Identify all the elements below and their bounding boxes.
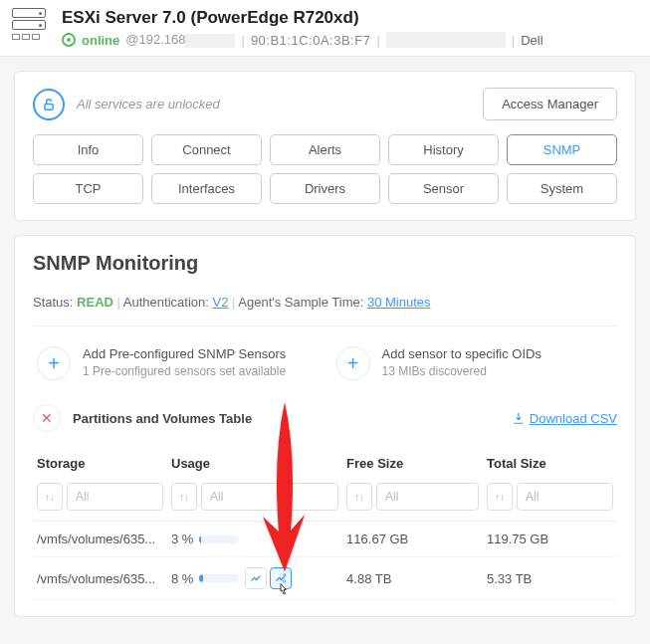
trend-icon[interactable] (245, 567, 267, 589)
section-title: SNMP Monitoring (33, 252, 617, 275)
total-size: 5.33 TB (483, 557, 617, 600)
tab-sensor[interactable]: Sensor (388, 173, 499, 204)
tab-bar: InfoConnectAlertsHistorySNMPTCPInterface… (33, 134, 617, 204)
filter-input[interactable] (67, 483, 163, 511)
table-row: /vmfs/volumes/635...8 %4.88 TB5.33 TB (33, 557, 617, 600)
filter-input[interactable] (201, 483, 338, 511)
usage-bar (199, 574, 239, 582)
tab-drivers[interactable]: Drivers (270, 173, 380, 204)
sort-button[interactable]: ↑↓ (171, 483, 197, 511)
auth-version-link[interactable]: V2 (212, 295, 228, 310)
usage-percent: 8 % (171, 571, 193, 586)
usage-bar (199, 536, 239, 543)
column-header: Free Size (342, 448, 483, 479)
partitions-table: StorageUsageFree SizeTotal Size ↑↓↑↓↑↓↑↓… (33, 448, 617, 600)
server-icon (12, 8, 50, 46)
snmp-status-line: Status: READ | Authentication: V2 | Agen… (33, 295, 617, 326)
mac-address: 90:B1:1C:0A:3B:F7 (251, 33, 371, 48)
sort-button[interactable]: ↑↓ (346, 483, 372, 511)
table-row: /vmfs/volumes/635...3 %116.67 GB119.75 G… (33, 522, 617, 557)
download-icon (512, 411, 526, 425)
vendor-label: Dell (521, 33, 542, 48)
tab-history[interactable]: History (388, 134, 499, 165)
status-text: online (82, 33, 119, 48)
tab-system[interactable]: System (507, 173, 617, 204)
filter-input[interactable] (376, 483, 479, 511)
access-manager-button[interactable]: Access Manager (483, 88, 617, 120)
total-size: 119.75 GB (483, 522, 617, 557)
plus-icon: + (37, 346, 71, 380)
status-dot-icon (62, 33, 76, 47)
tab-snmp[interactable]: SNMP (507, 134, 617, 165)
sort-button[interactable]: ↑↓ (37, 483, 63, 511)
column-header: Total Size (483, 448, 617, 479)
usage-percent: 3 % (171, 532, 193, 546)
services-panel: All services are unlocked Access Manager… (14, 71, 636, 221)
download-csv-link[interactable]: Download CSV (512, 411, 617, 426)
plus-icon: + (336, 346, 370, 380)
unlock-icon (33, 89, 65, 120)
tab-tcp[interactable]: TCP (33, 173, 143, 204)
ip-address: @192.168 (125, 32, 235, 48)
snmp-panel: SNMP Monitoring Status: READ | Authentic… (14, 235, 636, 617)
storage-path: /vmfs/volumes/635... (37, 571, 156, 586)
table-title: Partitions and Volumes Table (73, 411, 500, 426)
add-preconfigured-sensor[interactable]: + Add Pre-configured SNMP Sensors 1 Pre-… (33, 340, 319, 386)
free-size: 4.88 TB (342, 557, 483, 600)
close-table-button[interactable]: ✕ (33, 404, 61, 432)
svg-rect-0 (45, 104, 53, 109)
page-header: ESXi Server 7.0 (PowerEdge R720xd) onlin… (0, 0, 650, 57)
services-status-text: All services are unlocked (77, 97, 471, 111)
tab-info[interactable]: Info (33, 134, 143, 165)
sort-button[interactable]: ↑↓ (487, 483, 513, 511)
add-oid-sensor[interactable]: + Add sensor to specific OIDs 13 MIBs di… (332, 340, 618, 386)
tab-alerts[interactable]: Alerts (270, 134, 380, 165)
free-size: 116.67 GB (342, 522, 483, 557)
cursor-icon (275, 582, 293, 600)
redacted-field (386, 32, 506, 48)
column-header: Storage (33, 448, 167, 479)
tab-connect[interactable]: Connect (151, 134, 262, 165)
filter-input[interactable] (517, 483, 613, 511)
page-title: ESXi Server 7.0 (PowerEdge R720xd) (62, 8, 638, 28)
storage-path: /vmfs/volumes/635... (37, 532, 156, 546)
column-header: Usage (167, 448, 342, 479)
tab-interfaces[interactable]: Interfaces (151, 173, 262, 204)
sample-time-link[interactable]: 30 Minutes (367, 295, 431, 310)
